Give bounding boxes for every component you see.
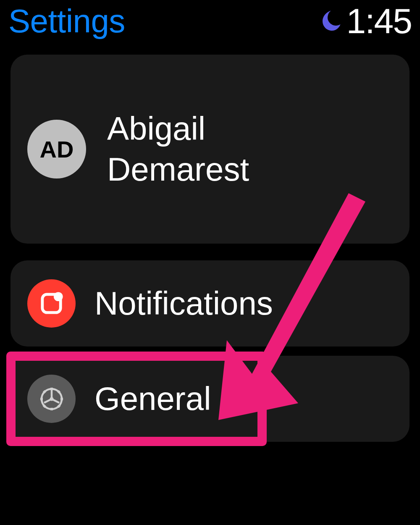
profile-name-last: Demarest [107,151,249,188]
clock-time: 1:45 [346,1,412,42]
notifications-icon [27,279,76,328]
svg-line-13 [43,405,45,407]
gear-icon [27,375,76,423]
general-label: General [94,380,211,418]
status-right: 1:45 [316,1,412,42]
profile-row[interactable]: AD Abigail Demarest [10,55,410,244]
svg-line-11 [43,391,45,392]
do-not-disturb-icon [316,8,341,34]
avatar-initials: AD [40,136,74,163]
profile-name-first: Abigail [107,110,205,147]
back-title[interactable]: Settings [8,2,125,40]
svg-point-1 [54,292,63,301]
svg-line-12 [58,405,60,407]
avatar: AD [27,120,86,178]
settings-list: AD Abigail Demarest Notifications [0,42,420,442]
general-row[interactable]: General [10,356,410,442]
notifications-label: Notifications [94,284,273,323]
profile-name: Abigail Demarest [107,108,249,190]
svg-line-5 [52,399,59,403]
svg-line-14 [58,391,60,392]
status-header: Settings 1:45 [0,0,420,42]
svg-line-6 [44,399,52,403]
notifications-row[interactable]: Notifications [10,260,410,346]
